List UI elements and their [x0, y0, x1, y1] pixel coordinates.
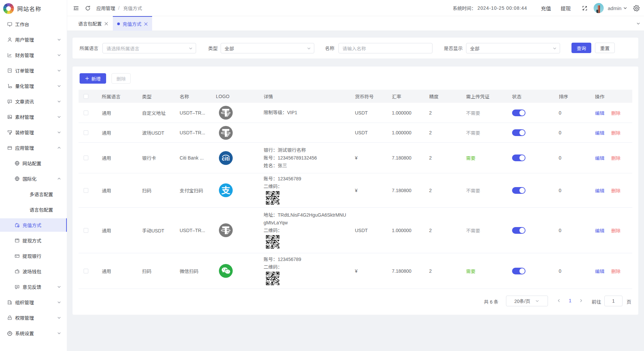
svg-text:支: 支 [221, 183, 230, 196]
svg-text:citi: citi [222, 156, 230, 162]
